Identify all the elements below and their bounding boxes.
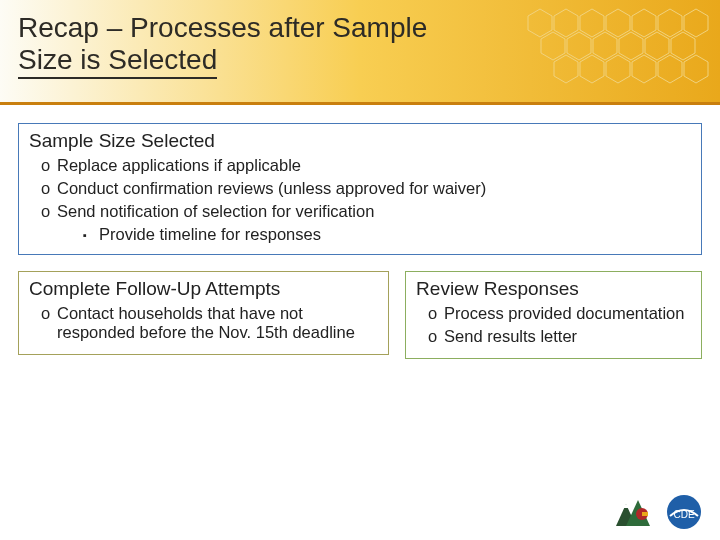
list-item: Contact households that have not respond…	[57, 304, 378, 342]
colorado-logo-icon	[612, 494, 654, 530]
list-item: Conduct confirmation reviews (unless app…	[57, 179, 691, 198]
cde-logo-text: CDE	[673, 509, 694, 520]
slide-content: Sample Size Selected Replace application…	[0, 105, 720, 385]
list-item: Replace applications if applicable	[57, 156, 691, 175]
box-title-review: Review Responses	[416, 278, 691, 300]
slide-header: Recap – Processes after Sample Size is S…	[0, 0, 720, 105]
title-line-1: Recap – Processes after Sample	[18, 12, 427, 43]
list-item: Send results letter	[444, 327, 691, 346]
list-item: Process provided documentation	[444, 304, 691, 323]
svg-marker-21	[622, 504, 630, 508]
box-sample-size: Sample Size Selected Replace application…	[18, 123, 702, 255]
sublist-item: Provide timeline for responses	[99, 225, 691, 244]
slide-title: Recap – Processes after Sample Size is S…	[18, 12, 702, 79]
cde-logo-icon: CDE	[662, 494, 706, 530]
footer-logos: CDE	[612, 494, 706, 530]
svg-rect-22	[642, 512, 648, 516]
title-line-2: Size is Selected	[18, 44, 217, 79]
two-column-row: Complete Follow-Up Attempts Contact hous…	[18, 271, 702, 375]
box-review: Review Responses Process provided docume…	[405, 271, 702, 359]
box-follow-up: Complete Follow-Up Attempts Contact hous…	[18, 271, 389, 355]
list-item: Send notification of selection for verif…	[57, 202, 691, 221]
box-title-follow-up: Complete Follow-Up Attempts	[29, 278, 378, 300]
box-title-sample-size: Sample Size Selected	[29, 130, 691, 152]
